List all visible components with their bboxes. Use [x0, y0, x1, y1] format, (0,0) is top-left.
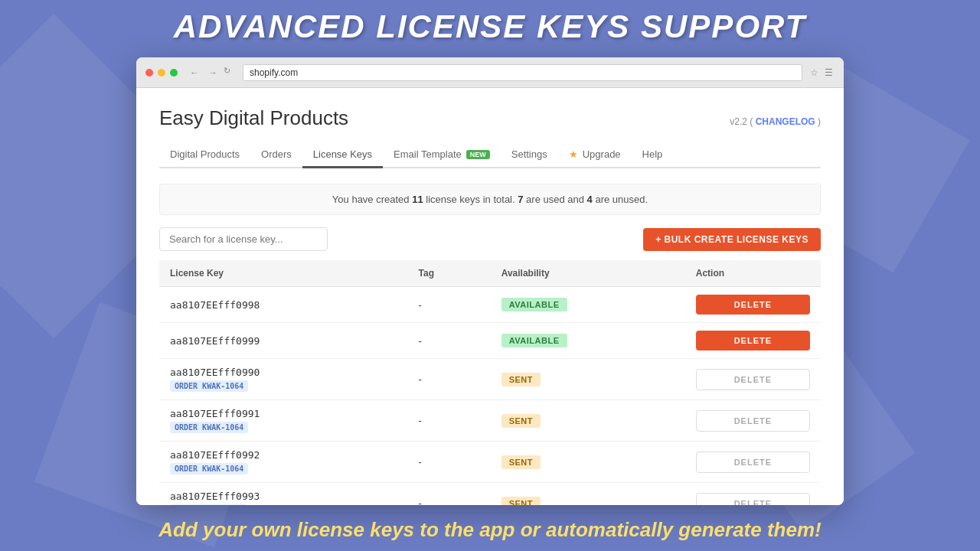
- availability-cell: SENT: [491, 483, 685, 506]
- license-key-cell: aa8107EEfff0998: [159, 287, 408, 323]
- close-button-dot[interactable]: [145, 69, 153, 77]
- table-row: aa8107EEfff0992ORDER KWAK-1064-SENTDELET…: [159, 442, 821, 483]
- availability-cell: AVAILABLE: [491, 323, 685, 359]
- tag-cell: -: [408, 323, 491, 359]
- stats-used: 7: [518, 194, 523, 205]
- stats-unused: 4: [587, 194, 593, 205]
- address-bar[interactable]: [243, 64, 802, 81]
- tab-digital-products[interactable]: Digital Products: [159, 142, 250, 168]
- stats-text-middle: license keys in total.: [426, 194, 518, 205]
- action-cell[interactable]: DELETE: [685, 359, 821, 400]
- tag-cell: -: [408, 483, 491, 506]
- action-cell[interactable]: DELETE: [685, 442, 821, 483]
- search-input[interactable]: [159, 227, 328, 251]
- stats-text-after: are unused.: [595, 194, 648, 205]
- tab-email-template-label: Email Template: [394, 148, 462, 160]
- version-number: v2.2: [730, 116, 747, 127]
- version-info: v2.2 ( CHANGELOG ): [730, 116, 821, 127]
- stats-text-before: You have created: [332, 194, 412, 205]
- table-header-row: License Key Tag Availability Action: [159, 260, 821, 287]
- version-paren-close: ): [818, 116, 821, 127]
- action-cell[interactable]: DELETE: [685, 287, 821, 323]
- stats-text-middle2: are used and: [526, 194, 587, 205]
- tab-orders[interactable]: Orders: [250, 142, 302, 168]
- delete-button[interactable]: DELETE: [696, 452, 810, 473]
- version-paren-open: (: [750, 116, 753, 127]
- page-header: ADVANCED LICENSE KEYS SUPPORT: [0, 0, 980, 54]
- license-key-value: aa8107EEfff0992: [170, 449, 260, 461]
- maximize-button-dot[interactable]: [170, 69, 178, 77]
- delete-button[interactable]: DELETE: [696, 369, 810, 390]
- bookmark-icon[interactable]: ☆: [808, 66, 820, 80]
- page-footer: Add your own license keys to the app or …: [0, 509, 980, 551]
- toolbar: + BULK CREATE LICENSE KEYS: [159, 227, 821, 251]
- footer-text: Add your own license keys to the app or …: [158, 518, 821, 542]
- menu-icon[interactable]: ☰: [823, 66, 835, 80]
- forward-button[interactable]: →: [205, 66, 220, 80]
- delete-button[interactable]: DELETE: [696, 295, 810, 315]
- availability-cell: AVAILABLE: [491, 287, 685, 323]
- tab-license-keys[interactable]: License Keys: [302, 142, 383, 168]
- app-title: Easy Digital Products: [159, 106, 348, 130]
- license-key-cell: aa8107EEfff0999: [159, 323, 408, 359]
- bulk-create-button[interactable]: + BULK CREATE LICENSE KEYS: [643, 228, 821, 251]
- stats-total: 11: [412, 194, 423, 205]
- availability-badge: SENT: [501, 414, 541, 428]
- tab-help-label: Help: [642, 148, 663, 160]
- availability-cell: SENT: [491, 442, 685, 483]
- window-controls: [145, 69, 178, 77]
- order-tag: ORDER KWAK-1064: [170, 380, 248, 392]
- action-cell[interactable]: DELETE: [685, 400, 821, 442]
- license-key-value: aa8107EEfff0998: [170, 299, 260, 311]
- delete-button[interactable]: DELETE: [696, 410, 810, 432]
- col-license-key: License Key: [159, 260, 408, 287]
- action-cell[interactable]: DELETE: [685, 323, 821, 359]
- license-key-value: aa8107EEfff0990: [170, 367, 260, 378]
- changelog-link[interactable]: CHANGELOG: [756, 116, 815, 127]
- license-key-cell: aa8107EEfff0990ORDER KWAK-1064: [159, 359, 408, 400]
- table-row: aa8107EEfff0991ORDER KWAK-1064-SENTDELET…: [159, 400, 821, 442]
- tab-upgrade-label: Upgrade: [583, 148, 621, 160]
- tab-help[interactable]: Help: [632, 142, 674, 168]
- license-key-value: aa8107EEfff0999: [170, 335, 260, 347]
- tab-settings-label: Settings: [511, 148, 547, 160]
- stats-bar: You have created 11 license keys in tota…: [159, 184, 821, 215]
- tag-cell: -: [408, 400, 491, 442]
- license-key-value: aa8107EEfff0993: [170, 491, 260, 502]
- delete-button[interactable]: DELETE: [696, 493, 810, 506]
- browser-window: ← → ↻ ☆ ☰ Easy Digital Products v2.2 ( C…: [136, 57, 844, 505]
- action-cell[interactable]: DELETE: [685, 483, 821, 506]
- app-content: Easy Digital Products v2.2 ( CHANGELOG )…: [136, 88, 844, 505]
- tab-settings[interactable]: Settings: [501, 142, 558, 168]
- col-tag: Tag: [408, 260, 491, 287]
- refresh-button[interactable]: ↻: [224, 66, 230, 80]
- back-button[interactable]: ←: [187, 66, 202, 80]
- table-row: aa8107EEfff0998-AVAILABLEDELETE: [159, 287, 821, 323]
- order-tag: ORDER KWAK-1064: [170, 463, 248, 474]
- availability-badge: SENT: [501, 497, 541, 506]
- tab-license-keys-label: License Keys: [313, 148, 372, 160]
- availability-badge: AVAILABLE: [501, 334, 567, 347]
- license-key-cell: aa8107EEfff0992ORDER KWAK-1064: [159, 442, 408, 483]
- delete-button[interactable]: DELETE: [696, 331, 810, 350]
- tab-email-template[interactable]: Email Template NEW: [383, 142, 501, 168]
- browser-actions: ☆ ☰: [808, 66, 835, 80]
- license-keys-table: License Key Tag Availability Action aa81…: [159, 260, 821, 505]
- nav-tabs: Digital Products Orders License Keys Ema…: [159, 142, 821, 168]
- availability-badge: SENT: [501, 455, 541, 469]
- tab-upgrade[interactable]: ★ Upgrade: [558, 142, 632, 168]
- star-icon: ★: [569, 148, 578, 160]
- order-tag: ORDER KWAK-1065: [170, 504, 248, 505]
- availability-badge: AVAILABLE: [501, 298, 567, 311]
- tab-digital-products-label: Digital Products: [170, 148, 240, 160]
- table-row: aa8107EEfff0993ORDER KWAK-1065-SENTDELET…: [159, 483, 821, 506]
- license-key-cell: aa8107EEfff0993ORDER KWAK-1065: [159, 483, 408, 506]
- table-row: aa8107EEfff0990ORDER KWAK-1064-SENTDELET…: [159, 359, 821, 400]
- app-header: Easy Digital Products v2.2 ( CHANGELOG ): [159, 106, 821, 130]
- page-title: ADVANCED LICENSE KEYS SUPPORT: [174, 8, 807, 45]
- tag-cell: -: [408, 287, 491, 323]
- minimize-button-dot[interactable]: [158, 69, 165, 77]
- license-key-cell: aa8107EEfff0991ORDER KWAK-1064: [159, 400, 408, 442]
- availability-cell: SENT: [491, 400, 685, 442]
- col-action: Action: [685, 260, 821, 287]
